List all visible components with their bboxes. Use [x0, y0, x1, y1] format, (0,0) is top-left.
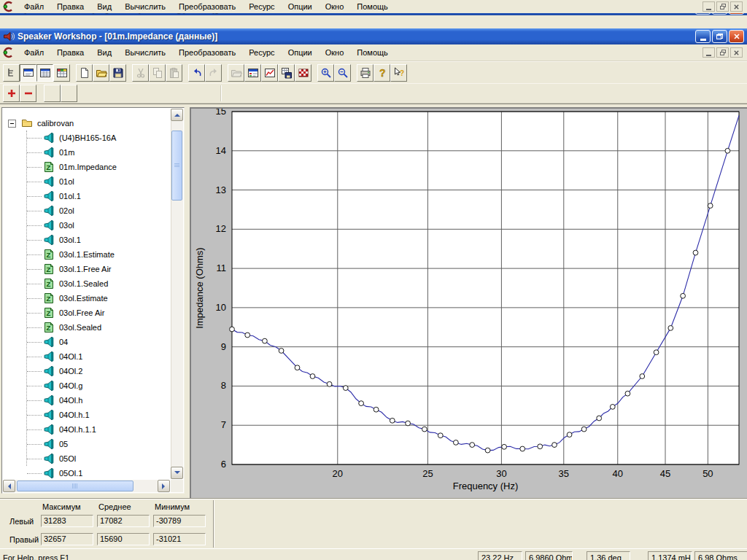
collapse-toggle-icon[interactable]: [8, 120, 16, 128]
open-file-button[interactable]: [93, 64, 109, 82]
menu-item-5[interactable]: Преобразовать: [172, 0, 242, 13]
tree-item-03ol.Sealed[interactable]: Z03ol.Sealed: [2, 320, 171, 335]
export-data-button[interactable]: [295, 64, 311, 82]
vertical-scroll-thumb[interactable]: [171, 131, 182, 201]
mdi-minimize-button[interactable]: [703, 1, 715, 12]
cut-icon: [135, 67, 147, 79]
tree-item-04Ol.h[interactable]: 04Ol.h: [2, 393, 171, 408]
mdi-restore-button[interactable]: [716, 47, 729, 58]
y-tick-label: 13: [216, 184, 226, 195]
tree-connector-stub: [27, 357, 42, 357]
help-button[interactable]: ?: [374, 64, 390, 82]
scroll-left-button[interactable]: [3, 480, 15, 492]
tree-connector-stub: [27, 269, 42, 270]
add-button[interactable]: [3, 85, 20, 102]
mdi-minimize-icon: [706, 55, 711, 56]
menu-item-1[interactable]: Файл: [18, 0, 50, 13]
menu-item-8[interactable]: Окно: [319, 0, 351, 13]
x-tick-label: 35: [559, 468, 569, 479]
tree-item-03ol.Estimate[interactable]: Z03ol.Estimate: [2, 291, 171, 306]
menu-item-3[interactable]: Вид: [90, 45, 118, 60]
speaker-icon: [43, 409, 55, 421]
properties-window-button[interactable]: [244, 64, 261, 82]
tree-item-label: (U4)BH165-16A: [55, 131, 116, 145]
tree-item-04Ol.2[interactable]: 04Ol.2: [2, 364, 171, 378]
horizontal-scroll-thumb[interactable]: [17, 481, 133, 491]
tree-item-02ol[interactable]: 02ol: [2, 203, 171, 218]
menu-item-6[interactable]: Ресурс: [242, 0, 281, 13]
tree-item-04Ol.h.1.1[interactable]: 04Ol.h.1.1: [2, 422, 171, 437]
stats-row-label: Правый: [9, 535, 39, 544]
tree-item-01ol[interactable]: 01ol: [2, 174, 171, 189]
tree-item-03ol.1.Sealed[interactable]: Z03ol.1.Sealed: [2, 276, 171, 291]
remove-button[interactable]: [20, 85, 36, 102]
view-table-colored-button[interactable]: [53, 64, 70, 82]
menu-item-7[interactable]: Опции: [282, 0, 319, 13]
tree-item-01m[interactable]: 01m: [2, 145, 171, 160]
menu-item-7[interactable]: Опции: [282, 45, 319, 60]
menu-item-4[interactable]: Вычислить: [118, 45, 172, 60]
menu-item-8[interactable]: Окно: [319, 45, 351, 60]
scroll-down-button[interactable]: [171, 467, 183, 479]
save-button[interactable]: [109, 64, 126, 82]
menu-item-3[interactable]: Вид: [90, 0, 118, 13]
y-tick-label: 9: [221, 341, 226, 352]
tree-item-03ol.1[interactable]: 03ol.1: [2, 233, 171, 247]
tree-item-04Ol.g[interactable]: 04Ol.g: [2, 378, 171, 393]
mdi-restore-button[interactable]: [716, 1, 729, 12]
menu-item-1[interactable]: Файл: [18, 45, 50, 60]
tree-item-(U4)BH165-16A[interactable]: (U4)BH165-16A: [2, 131, 171, 145]
tree-item-05Ol[interactable]: 05Ol: [2, 451, 171, 466]
restore-button[interactable]: [712, 30, 727, 43]
tree-item-root-calibrovan[interactable]: calibrovan: [2, 116, 171, 131]
menu-item-4[interactable]: Вычислить: [118, 0, 172, 13]
chart-view-button[interactable]: [261, 64, 278, 82]
menu-item-9[interactable]: Помощь: [350, 45, 395, 60]
blank-1-button[interactable]: [44, 85, 61, 102]
tree-item-03ol.1.Estimate[interactable]: Z03ol.1.Estimate: [2, 247, 171, 262]
y-tick-label: 12: [216, 223, 226, 234]
view-tree-button[interactable]: [3, 64, 20, 82]
scroll-up-button[interactable]: [171, 109, 183, 121]
toolbar-separator: [222, 64, 228, 82]
tree-item-04[interactable]: 04: [2, 335, 171, 349]
tree-vertical-scrollbar[interactable]: [171, 109, 183, 479]
arrow-down-icon: [174, 471, 180, 477]
zoom-out-button[interactable]: [334, 64, 351, 82]
menu-item-2[interactable]: Правка: [50, 0, 90, 13]
close-button[interactable]: [729, 30, 744, 43]
blank-icon: [63, 88, 75, 99]
blank-2-button[interactable]: [61, 85, 77, 102]
view-table-button[interactable]: [36, 64, 53, 82]
menu-item-9[interactable]: Помощь: [350, 0, 395, 13]
mdi-close-button[interactable]: [730, 1, 743, 12]
menu-item-6[interactable]: Ресурс: [242, 45, 281, 60]
mdi-minimize-button[interactable]: [703, 47, 715, 58]
data-point-marker: [263, 338, 268, 343]
tree-item-05Ol.1[interactable]: 05Ol.1: [2, 466, 171, 480]
tree-horizontal-scrollbar[interactable]: [3, 480, 170, 492]
save-data-button[interactable]: [278, 64, 295, 82]
tree-item-03ol[interactable]: 03ol: [2, 218, 171, 233]
tree-item-04Ol.1[interactable]: 04Ol.1: [2, 349, 171, 364]
mdi-close-button[interactable]: [730, 47, 743, 58]
zoom-in-button[interactable]: [317, 64, 334, 82]
tree-item-01ol.1[interactable]: 01ol.1: [2, 189, 171, 203]
tree-item-04Ol.h.1[interactable]: 04Ol.h.1: [2, 408, 171, 422]
tree-item-05[interactable]: 05: [2, 437, 171, 451]
menu-item-5[interactable]: Преобразовать: [172, 45, 242, 60]
undo-button[interactable]: [188, 64, 205, 82]
tree-item-03ol.1.Free Air[interactable]: Z03ol.1.Free Air: [2, 262, 171, 276]
blank-icon: [47, 88, 58, 99]
minimize-button[interactable]: [695, 30, 711, 43]
menu-item-2[interactable]: Правка: [50, 45, 90, 60]
print-button[interactable]: [357, 64, 374, 82]
speaker-icon: [43, 219, 55, 231]
new-document-button[interactable]: [76, 64, 93, 82]
y-tick-label: 6: [221, 459, 226, 470]
context-help-button[interactable]: ?: [390, 64, 407, 82]
view-window-button[interactable]: [20, 64, 36, 82]
scroll-right-button[interactable]: [158, 480, 170, 492]
tree-item-03ol.Free Air[interactable]: Z03ol.Free Air: [2, 306, 171, 320]
tree-item-01m.Impedance[interactable]: Z01m.Impedance: [2, 160, 171, 174]
